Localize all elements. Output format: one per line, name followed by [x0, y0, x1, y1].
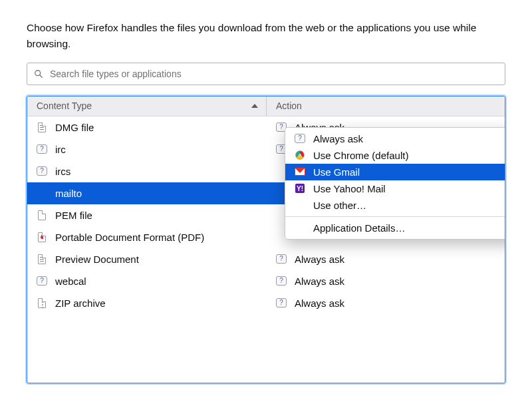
- content-type-cell: PEM file: [27, 210, 267, 221]
- menu-item-label: Use Gmail: [313, 166, 360, 178]
- file-type-icon: [37, 122, 47, 132]
- table-row[interactable]: Preview DocumentAlways ask: [27, 248, 505, 270]
- menu-item-app-details[interactable]: Application Details…: [285, 220, 505, 236]
- doc-dark-icon: [38, 122, 46, 132]
- question-icon: [37, 276, 47, 286]
- question-icon: [276, 276, 287, 286]
- content-type-label: ircs: [55, 166, 70, 177]
- content-type-cell: irc: [27, 144, 267, 155]
- table-header: Content Type Action: [27, 97, 505, 116]
- content-type-label: irc: [55, 144, 66, 155]
- menu-item-label: Use Chrome (default): [313, 150, 408, 161]
- content-type-cell: Portable Document Format (PDF): [27, 232, 267, 243]
- content-type-cell: ircs: [27, 166, 267, 177]
- content-type-label: DMG file: [55, 122, 94, 133]
- gmail-icon: [295, 168, 305, 176]
- column-label: Content Type: [37, 101, 92, 111]
- menu-item-use-other[interactable]: Use other…: [285, 197, 505, 214]
- applications-description: Choose how Firefox handles the files you…: [27, 20, 505, 52]
- menu-item-label: Use other…: [313, 200, 366, 211]
- file-type-icon: [37, 254, 47, 264]
- search-icon: [34, 69, 43, 79]
- table-row[interactable]: ZIP archiveAlways ask: [27, 292, 505, 314]
- action-icon: [276, 276, 287, 286]
- blank-icon: [295, 222, 305, 233]
- yahoo-icon: [295, 183, 305, 194]
- action-cell[interactable]: Always ask: [267, 254, 505, 265]
- content-type-cell: Preview Document: [27, 254, 267, 265]
- file-type-icon: [37, 298, 47, 308]
- content-type-cell: ZIP archive: [27, 298, 267, 309]
- action-label: Always ask: [295, 276, 344, 287]
- content-type-label: Preview Document: [55, 254, 139, 265]
- content-type-label: PEM file: [55, 210, 92, 221]
- file-type-icon: [37, 166, 47, 176]
- action-icon: [276, 298, 287, 308]
- doc-zip-icon: [38, 298, 46, 308]
- content-type-label: Portable Document Format (PDF): [55, 232, 204, 243]
- menu-item-label: Use Yahoo! Mail: [313, 183, 386, 194]
- table-row[interactable]: webcalAlways ask: [27, 270, 505, 292]
- action-cell[interactable]: Always ask: [267, 276, 505, 287]
- column-header-content-type[interactable]: Content Type: [27, 97, 267, 116]
- action-label: Always ask: [295, 254, 344, 265]
- chrome-icon: [295, 150, 305, 160]
- menu-item[interactable]: Use Yahoo! Mail: [285, 180, 505, 197]
- applications-table: Content Type Action DMG fileAlways askir…: [27, 96, 505, 383]
- content-type-label: webcal: [55, 276, 86, 287]
- file-type-icon: [37, 232, 47, 242]
- content-type-cell: webcal: [27, 276, 267, 287]
- menu-separator: [285, 216, 505, 217]
- question-icon: [276, 254, 287, 264]
- yahoo-icon: [295, 184, 305, 193]
- doc-icon: [38, 210, 46, 220]
- doc-pdf-icon: [38, 232, 46, 242]
- action-dropdown-menu: Always askUse Chrome (default)Use GmailU…: [285, 127, 505, 240]
- question-icon: [37, 144, 47, 154]
- question-icon: [276, 298, 287, 307]
- chrome-icon: [295, 150, 305, 160]
- search-input[interactable]: [49, 68, 498, 80]
- file-type-icon: [37, 276, 47, 286]
- question-icon: [37, 166, 47, 176]
- menu-item[interactable]: Use Gmail: [285, 164, 505, 180]
- gmail-icon: [295, 166, 305, 177]
- blank-icon: [295, 200, 305, 210]
- action-label: Always ask: [295, 298, 344, 309]
- menu-item[interactable]: Use Chrome (default): [285, 147, 505, 164]
- action-cell[interactable]: Always ask: [267, 298, 505, 309]
- column-header-action[interactable]: Action: [267, 97, 505, 116]
- svg-line-1: [40, 75, 43, 77]
- content-type-label: ZIP archive: [55, 298, 106, 309]
- question-icon: [295, 133, 305, 144]
- search-box[interactable]: [27, 63, 505, 85]
- content-type-cell: mailto: [27, 188, 267, 199]
- column-label: Action: [276, 101, 302, 111]
- menu-item-label: Always ask: [313, 133, 363, 144]
- file-type-icon: [37, 188, 47, 198]
- doc-dark-icon: [38, 254, 46, 264]
- menu-item[interactable]: Always ask: [285, 130, 505, 147]
- file-type-icon: [37, 210, 47, 220]
- action-icon: [276, 254, 287, 264]
- content-type-label: mailto: [55, 188, 82, 199]
- sort-ascending-icon: [251, 104, 258, 108]
- content-type-cell: DMG file: [27, 122, 267, 133]
- question-icon: [295, 134, 305, 143]
- file-type-icon: [37, 144, 47, 154]
- menu-item-label: Application Details…: [313, 222, 405, 234]
